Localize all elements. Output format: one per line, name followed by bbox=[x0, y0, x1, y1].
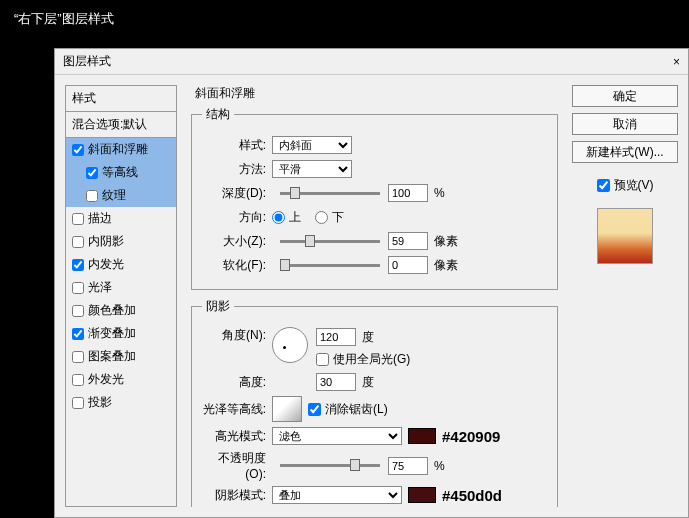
settings-panel: 斜面和浮雕 结构 样式: 内斜面 方法: 平滑 深度(D): % bbox=[187, 85, 562, 507]
style-item[interactable]: 纹理 bbox=[66, 184, 176, 207]
angle-unit: 度 bbox=[362, 329, 374, 346]
hl-mode-select[interactable]: 滤色 bbox=[272, 427, 402, 445]
style-checkbox[interactable] bbox=[72, 305, 84, 317]
style-checkbox[interactable] bbox=[72, 397, 84, 409]
hl-hex: #420909 bbox=[442, 428, 500, 445]
layer-style-dialog: 图层样式 × 样式 混合选项:默认 斜面和浮雕等高线纹理描边内阴影内发光光泽颜色… bbox=[54, 48, 689, 518]
size-unit: 像素 bbox=[434, 233, 458, 250]
style-item[interactable]: 斜面和浮雕 bbox=[66, 138, 176, 161]
style-item-label: 投影 bbox=[88, 394, 112, 411]
style-item[interactable]: 图案叠加 bbox=[66, 345, 176, 368]
hl-opacity-unit: % bbox=[434, 459, 445, 473]
size-input[interactable] bbox=[388, 232, 428, 250]
style-item[interactable]: 投影 bbox=[66, 391, 176, 414]
new-style-button[interactable]: 新建样式(W)... bbox=[572, 141, 678, 163]
style-checkbox[interactable] bbox=[72, 282, 84, 294]
style-checkbox[interactable] bbox=[86, 190, 98, 202]
style-item-label: 等高线 bbox=[102, 164, 138, 181]
style-item[interactable]: 内发光 bbox=[66, 253, 176, 276]
altitude-unit: 度 bbox=[362, 374, 374, 391]
style-item-label: 外发光 bbox=[88, 371, 124, 388]
size-label: 大小(Z): bbox=[202, 233, 266, 250]
sh-hex: #450d0d bbox=[442, 487, 502, 504]
titlebar: 图层样式 × bbox=[55, 49, 688, 75]
preview-checkbox[interactable] bbox=[597, 179, 610, 192]
style-checkbox[interactable] bbox=[72, 259, 84, 271]
angle-label: 角度(N): bbox=[202, 327, 266, 344]
soften-unit: 像素 bbox=[434, 257, 458, 274]
style-item[interactable]: 渐变叠加 bbox=[66, 322, 176, 345]
styles-header[interactable]: 样式 bbox=[66, 86, 176, 112]
sh-mode-label: 阴影模式: bbox=[202, 487, 266, 504]
direction-down[interactable] bbox=[315, 211, 328, 224]
method-label: 方法: bbox=[202, 161, 266, 178]
angle-input[interactable] bbox=[316, 328, 356, 346]
sh-mode-select[interactable]: 叠加 bbox=[272, 486, 402, 504]
right-panel: 确定 取消 新建样式(W)... 预览(V) bbox=[572, 85, 678, 507]
bevel-title: 斜面和浮雕 bbox=[195, 85, 558, 102]
close-icon[interactable]: × bbox=[673, 55, 680, 69]
style-item[interactable]: 颜色叠加 bbox=[66, 299, 176, 322]
soften-input[interactable] bbox=[388, 256, 428, 274]
gloss-contour[interactable] bbox=[272, 396, 302, 422]
style-item-label: 纹理 bbox=[102, 187, 126, 204]
structure-group: 结构 样式: 内斜面 方法: 平滑 深度(D): % 方向: 上 bbox=[191, 106, 558, 290]
depth-input[interactable] bbox=[388, 184, 428, 202]
style-item[interactable]: 描边 bbox=[66, 207, 176, 230]
style-checkbox[interactable] bbox=[86, 167, 98, 179]
hl-color-swatch[interactable] bbox=[408, 428, 436, 444]
depth-slider[interactable] bbox=[280, 192, 380, 195]
style-item-label: 描边 bbox=[88, 210, 112, 227]
style-select[interactable]: 内斜面 bbox=[272, 136, 352, 154]
style-item[interactable]: 外发光 bbox=[66, 368, 176, 391]
style-checkbox[interactable] bbox=[72, 236, 84, 248]
style-checkbox[interactable] bbox=[72, 328, 84, 340]
method-select[interactable]: 平滑 bbox=[272, 160, 352, 178]
global-light-checkbox[interactable] bbox=[316, 353, 329, 366]
soften-label: 软化(F): bbox=[202, 257, 266, 274]
style-checkbox[interactable] bbox=[72, 144, 84, 156]
blend-options[interactable]: 混合选项:默认 bbox=[66, 112, 176, 138]
style-item-label: 内阴影 bbox=[88, 233, 124, 250]
altitude-label: 高度: bbox=[202, 374, 266, 391]
cancel-button[interactable]: 取消 bbox=[572, 113, 678, 135]
style-item-label: 斜面和浮雕 bbox=[88, 141, 148, 158]
depth-unit: % bbox=[434, 186, 445, 200]
angle-dial[interactable] bbox=[272, 327, 308, 363]
style-item-label: 内发光 bbox=[88, 256, 124, 273]
style-item[interactable]: 等高线 bbox=[66, 161, 176, 184]
sh-color-swatch[interactable] bbox=[408, 487, 436, 503]
context-title: “右下层”图层样式 bbox=[0, 0, 689, 38]
shade-legend: 阴影 bbox=[202, 298, 234, 315]
hl-mode-label: 高光模式: bbox=[202, 428, 266, 445]
style-item[interactable]: 内阴影 bbox=[66, 230, 176, 253]
ok-button[interactable]: 确定 bbox=[572, 85, 678, 107]
direction-label: 方向: bbox=[202, 209, 266, 226]
antialias-checkbox[interactable] bbox=[308, 403, 321, 416]
hl-opacity-input[interactable] bbox=[388, 457, 428, 475]
style-item-label: 颜色叠加 bbox=[88, 302, 136, 319]
style-item-label: 图案叠加 bbox=[88, 348, 136, 365]
style-checkbox[interactable] bbox=[72, 374, 84, 386]
hl-opacity-label: 不透明度(O): bbox=[202, 450, 266, 481]
preview-thumbnail bbox=[597, 208, 653, 264]
altitude-input[interactable] bbox=[316, 373, 356, 391]
structure-legend: 结构 bbox=[202, 106, 234, 123]
direction-up[interactable] bbox=[272, 211, 285, 224]
hl-opacity-slider[interactable] bbox=[280, 464, 380, 467]
soften-slider[interactable] bbox=[280, 264, 380, 267]
dialog-title: 图层样式 bbox=[63, 53, 111, 70]
gloss-label: 光泽等高线: bbox=[202, 401, 266, 418]
style-checkbox[interactable] bbox=[72, 351, 84, 363]
style-checkbox[interactable] bbox=[72, 213, 84, 225]
shade-group: 阴影 角度(N): 度 使用全局光(G) 高度: bbox=[191, 298, 558, 507]
depth-label: 深度(D): bbox=[202, 185, 266, 202]
styles-panel: 样式 混合选项:默认 斜面和浮雕等高线纹理描边内阴影内发光光泽颜色叠加渐变叠加图… bbox=[65, 85, 177, 507]
style-item-label: 光泽 bbox=[88, 279, 112, 296]
style-label: 样式: bbox=[202, 137, 266, 154]
style-item-label: 渐变叠加 bbox=[88, 325, 136, 342]
size-slider[interactable] bbox=[280, 240, 380, 243]
style-item[interactable]: 光泽 bbox=[66, 276, 176, 299]
